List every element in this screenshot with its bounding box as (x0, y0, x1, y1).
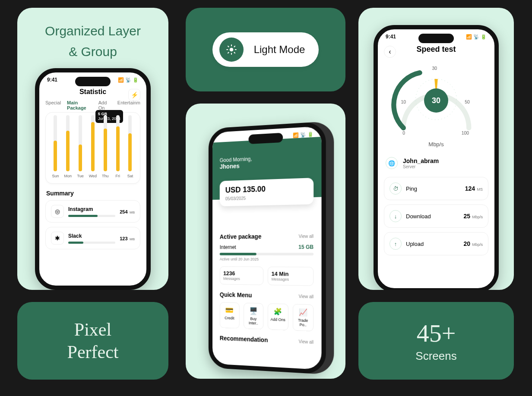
internet-amount: 15 GB (298, 244, 314, 250)
phone-notch (418, 34, 454, 43)
svg-text:50: 50 (465, 100, 470, 104)
card-organized: Organized Layer & Group 9:41 📶📡🔋 Statist… (17, 8, 168, 290)
metric-ping: ⏱Ping 124 MS (384, 177, 488, 200)
view-all-link[interactable]: View all (299, 339, 314, 345)
status-icons: 📶📡🔋 (293, 131, 314, 138)
server-label: Server (403, 164, 439, 169)
quick-trade[interactable]: 📈Trade Po.. (292, 304, 314, 332)
back-button[interactable]: ‹ (384, 46, 396, 58)
active-until: Active until 20 Jun 2025 (220, 257, 314, 262)
quick-credit[interactable]: 💳Credit (220, 302, 239, 328)
tab-special[interactable]: Special (45, 100, 61, 110)
svg-line-8 (234, 46, 235, 47)
light-mode-label: Light Mode (254, 44, 305, 56)
organized-title: Organized Layer & Group (45, 21, 141, 62)
status-time: 9:41 (47, 77, 57, 83)
summary-title: Summary (46, 190, 139, 197)
screens-label: Screens (415, 349, 456, 363)
gauge-value: 30 (424, 88, 448, 113)
tab-main-package[interactable]: Main Package (67, 100, 92, 110)
recommendation-title: Recommendation (220, 335, 268, 344)
phone-home: 9:41 📶📡🔋 Good Morning, Jhones USD 135.00… (209, 121, 326, 374)
screens-count: 45+ (417, 319, 456, 348)
status-icons: 📶📡🔋 (466, 34, 487, 40)
metric-download: ↓Download 25 Mbp/s (384, 204, 488, 228)
server-row[interactable]: 🌐 John_abram Server (384, 154, 488, 173)
card-home-phone: 9:41 📶📡🔋 Good Morning, Jhones USD 135.00… (186, 104, 345, 379)
view-all-link[interactable]: View all (299, 294, 314, 299)
page-title: Statistic (45, 88, 140, 96)
canvas: Organized Layer & Group 9:41 📶📡🔋 Statist… (0, 0, 532, 396)
svg-text:0: 0 (402, 131, 405, 135)
bolt-button[interactable]: ⚡ (128, 89, 140, 101)
status-time: 9:41 (220, 136, 229, 142)
svg-point-0 (229, 48, 233, 52)
globe-icon: 🌐 (386, 157, 398, 169)
internet-progress (220, 253, 314, 255)
speed-gauge: 0 10 30 50 100 30 (391, 63, 481, 140)
sun-icon (219, 38, 244, 62)
summary-row-slack[interactable]: ✱ Slack 123 MB (45, 227, 140, 249)
svg-line-6 (234, 53, 235, 53)
tabs: Special Main Package Add On Entertainm (45, 96, 140, 112)
phone-notch (249, 133, 283, 144)
svg-line-7 (228, 53, 229, 53)
status-icons: 📶📡🔋 (118, 77, 139, 83)
server-name: John_abram (403, 157, 439, 164)
summary-row-instagram[interactable]: ◎ Instagram 254 MB (45, 200, 140, 223)
internet-label: Internet (220, 244, 236, 250)
card-speedtest: 9:41 📶📡🔋 ‹ Speed test (358, 8, 514, 290)
ping-icon: ⏱ (390, 182, 402, 195)
light-mode-toggle[interactable]: Light Mode (212, 32, 319, 67)
phone-speedtest: 9:41 📶📡🔋 ‹ Speed test (374, 25, 499, 290)
card-screens-count: 45+ Screens (358, 302, 514, 380)
quick-addons[interactable]: 🧩Add Ons (268, 303, 288, 330)
phone-notch (75, 77, 111, 86)
balance-card[interactable]: USD 135.00 05/03/2025 (220, 178, 314, 206)
svg-line-5 (228, 46, 229, 47)
pixel-line1: Pixel (74, 320, 111, 339)
status-time: 9:41 (386, 34, 396, 40)
card-light-mode: Light Mode (186, 8, 345, 91)
download-icon: ↓ (390, 210, 402, 222)
mini-messages-1[interactable]: 1236 Messages (220, 266, 263, 285)
instagram-icon: ◎ (51, 205, 64, 218)
mini-messages-2[interactable]: 14 Min Messages (268, 267, 314, 286)
metric-upload: ↑Upload 20 Mbp/s (384, 232, 488, 255)
quick-buy-internet[interactable]: 🖥️Buy Inter.. (244, 303, 264, 330)
tab-entertainment[interactable]: Entertainm (117, 100, 140, 110)
balance-value: USD 135.00 (225, 183, 307, 195)
balance-date: 05/03/2025 (225, 194, 307, 201)
slack-icon: ✱ (51, 232, 64, 245)
upload-icon: ↑ (390, 238, 402, 250)
tab-addon[interactable]: Add On (98, 100, 111, 110)
phone-statistic: 9:41 📶📡🔋 Statistic ⚡ Special Main Packag… (35, 68, 151, 290)
card-pixel-perfect: Pixel Perfect (17, 302, 168, 380)
svg-text:10: 10 (401, 100, 406, 104)
view-all-link[interactable]: View all (299, 234, 314, 239)
active-package-title: Active package (220, 233, 262, 240)
quick-menu-title: Quick Menu (220, 291, 252, 299)
usage-chart: Sun Mon Tue 5 GBJun 23, 2024 Wed Thu Fri… (45, 112, 140, 184)
page-title: Speed test (384, 45, 488, 54)
gauge-unit: Mbp/s (384, 141, 488, 148)
svg-text:100: 100 (462, 131, 469, 135)
pixel-line2: Perfect (67, 342, 119, 362)
svg-text:30: 30 (432, 66, 437, 71)
